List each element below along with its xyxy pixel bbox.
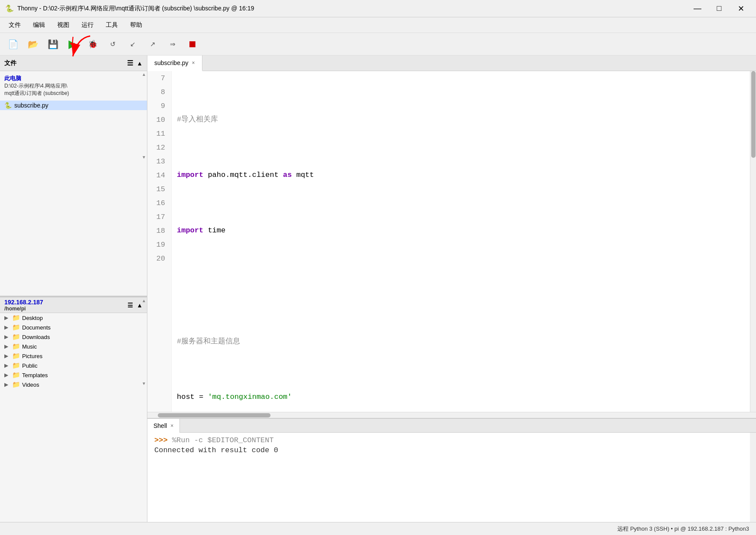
- step-out-button[interactable]: ↗: [143, 35, 162, 54]
- shell-tab-close[interactable]: ×: [170, 423, 173, 429]
- shell-command: %Run -c $EDITOR_CONTENT: [172, 436, 274, 444]
- step-into-button[interactable]: ↙: [123, 35, 142, 54]
- line-num-12: 12: [147, 140, 168, 154]
- comment-7: #导入相关库: [177, 113, 218, 127]
- line-num-9: 9: [147, 99, 168, 113]
- step-over-button[interactable]: ↺: [103, 35, 122, 54]
- code-text-8b: mqtt: [292, 168, 314, 182]
- status-bar: 远程 Python 3 (SSH) • pi @ 192.168.2.187 :…: [0, 522, 756, 535]
- templates-label: Templates: [22, 372, 48, 378]
- line-num-11: 11: [147, 127, 168, 140]
- code-editor[interactable]: #导入相关库 import paho.mqtt.client as mqtt i…: [172, 71, 750, 412]
- panel-menu-icon[interactable]: ☰: [127, 59, 133, 67]
- tree-item-public[interactable]: ▶ 📁 Public: [0, 361, 147, 370]
- menu-tools[interactable]: 工具: [101, 20, 123, 31]
- line-num-18: 18: [147, 224, 168, 238]
- shell-tab-shell[interactable]: Shell ×: [147, 419, 180, 433]
- expand-videos-icon: ▶: [4, 382, 10, 388]
- local-path-info: 此电脑 D:\02-示例程序\4.网络应用\ mqtt通讯\订阅者 (subsc…: [0, 71, 147, 101]
- code-line-11: #服务器和主题信息: [177, 335, 750, 349]
- tree-item-documents[interactable]: ▶ 📁 Documents: [0, 323, 147, 332]
- maximize-button[interactable]: □: [709, 2, 729, 16]
- panel-scroll-up[interactable]: ▲: [137, 60, 143, 67]
- menu-file[interactable]: 文件: [3, 20, 26, 31]
- remote-menu-icon[interactable]: ☰: [127, 302, 133, 309]
- run-button[interactable]: ▶: [63, 35, 82, 54]
- open-button[interactable]: 📂: [23, 35, 42, 54]
- resume-button[interactable]: ⇒: [163, 35, 182, 54]
- tree-item-pictures[interactable]: ▶ 📁 Pictures: [0, 351, 147, 361]
- public-label: Public: [22, 362, 37, 369]
- code-line-9: import time: [177, 224, 750, 238]
- documents-label: Documents: [22, 324, 51, 331]
- editor-scrollbar-thumb[interactable]: [751, 71, 756, 158]
- line-num-15: 15: [147, 182, 168, 196]
- shell-output-text: Connected with result code 0: [154, 446, 278, 454]
- stop-button[interactable]: ⏹: [183, 35, 202, 54]
- pictures-folder-icon: 📁: [12, 352, 20, 360]
- h-scrollbar-thumb[interactable]: [158, 413, 270, 418]
- remote-ip-label: 192.168.2.187: [4, 299, 43, 306]
- debug-button[interactable]: 🐞: [83, 35, 102, 54]
- menu-edit[interactable]: 编辑: [28, 20, 50, 31]
- tree-item-music[interactable]: ▶ 📁 Music: [0, 342, 147, 351]
- editor-tab-close[interactable]: ×: [192, 60, 195, 66]
- status-text: 远程 Python 3 (SSH) • pi @ 192.168.2.187 :…: [617, 525, 749, 533]
- remote-path-label: /home/pi: [4, 306, 43, 312]
- scroll-down-arrow[interactable]: ▼: [142, 155, 146, 160]
- code-text-9: time: [203, 224, 225, 238]
- code-panel: subscribe.py × 7 8 9 10 11 12 13 14 15: [147, 55, 756, 522]
- line-num-13: 13: [147, 154, 168, 168]
- menu-bar: 文件 编辑 视图 运行 工具 帮助: [0, 17, 756, 33]
- shell-tab-bar: Shell ×: [147, 419, 756, 433]
- code-line-8: import paho.mqtt.client as mqtt: [177, 168, 750, 182]
- editor-tab-subscribe[interactable]: subscribe.py ×: [147, 55, 202, 71]
- code-line-12: host = 'mq.tongxinmao.com': [177, 390, 750, 404]
- remote-scroll-up-arrow[interactable]: ▲: [142, 298, 146, 303]
- tree-item-downloads[interactable]: ▶ 📁 Downloads: [0, 332, 147, 342]
- tree-item-templates[interactable]: ▶ 📁 Templates: [0, 370, 147, 380]
- str-12: 'mq.tongxinmao.com': [208, 390, 292, 404]
- main-area: 文件 ☰ ▲ 此电脑 D:\02-示例程序\4.网络应用\ mqtt通讯\订阅者…: [0, 55, 756, 522]
- file-panel-title: 文件: [4, 59, 16, 67]
- comment-11: #服务器和主题信息: [177, 335, 240, 349]
- menu-help[interactable]: 帮助: [125, 20, 147, 31]
- h-scrollbar[interactable]: [147, 412, 756, 418]
- code-text-8: paho.mqtt.client: [203, 168, 283, 182]
- desktop-label: Desktop: [22, 315, 43, 321]
- shell-area: Shell × >>> %Run -c $EDITOR_CONTENT Conn…: [147, 418, 756, 522]
- menu-run[interactable]: 运行: [76, 20, 99, 31]
- tree-item-desktop[interactable]: ▶ 📁 Desktop: [0, 313, 147, 323]
- shell-scrollbar[interactable]: [750, 433, 756, 522]
- file-panel: 文件 ☰ ▲ 此电脑 D:\02-示例程序\4.网络应用\ mqtt通讯\订阅者…: [0, 55, 147, 522]
- scroll-up-arrow[interactable]: ▲: [142, 72, 146, 77]
- public-folder-icon: 📁: [12, 362, 20, 369]
- videos-label: Videos: [22, 382, 39, 388]
- shell-content[interactable]: >>> %Run -c $EDITOR_CONTENT Connected wi…: [147, 433, 756, 522]
- music-folder-icon: 📁: [12, 343, 20, 350]
- remote-panel-header: 192.168.2.187 /home/pi ☰ ▲: [0, 297, 147, 313]
- close-button[interactable]: ✕: [731, 2, 751, 16]
- editor-area[interactable]: 7 8 9 10 11 12 13 14 15 16 17 18 19 20: [147, 71, 756, 412]
- remote-scroll-down-arrow[interactable]: ▼: [142, 381, 146, 386]
- code-line-10: [177, 279, 750, 293]
- line-num-17: 17: [147, 210, 168, 224]
- line-num-16: 16: [147, 196, 168, 210]
- expand-desktop-icon: ▶: [4, 315, 10, 321]
- shell-prompt: >>>: [154, 436, 168, 444]
- line-num-14: 14: [147, 168, 168, 182]
- file-name-label: subscribe.py: [14, 102, 49, 109]
- file-item-subscribe[interactable]: 🐍 subscribe.py: [0, 101, 147, 110]
- downloads-folder-icon: 📁: [12, 333, 20, 341]
- expand-documents-icon: ▶: [4, 324, 10, 330]
- minimize-button[interactable]: —: [688, 2, 707, 16]
- menu-view[interactable]: 视图: [52, 20, 75, 31]
- tree-item-videos[interactable]: ▶ 📁 Videos: [0, 380, 147, 389]
- window-title: Thonny - D:\02-示例程序\4.网络应用\mqtt通讯\订阅者 (s…: [17, 5, 254, 13]
- save-button[interactable]: 💾: [43, 35, 62, 54]
- editor-scrollbar[interactable]: [750, 71, 756, 412]
- kw-import-9: import: [177, 224, 203, 238]
- code-line-7: #导入相关库: [177, 113, 750, 127]
- new-button[interactable]: 📄: [3, 35, 23, 54]
- documents-folder-icon: 📁: [12, 323, 20, 331]
